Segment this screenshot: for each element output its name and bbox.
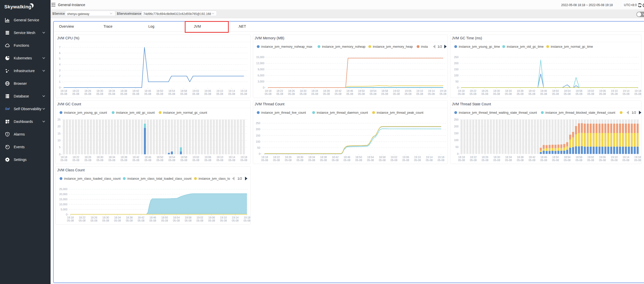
svg-text:05-08: 05-08 [84, 92, 91, 95]
svg-text:0: 0 [259, 152, 260, 155]
svg-text:50: 50 [455, 145, 458, 148]
svg-text:05-08: 05-08 [540, 159, 547, 162]
svg-text:05-08: 05-08 [149, 219, 156, 222]
svg-text:05-08: 05-08 [540, 92, 547, 95]
svg-text:instance_jvm_class_total_loade: instance_jvm_class_total_loaded_class_co… [127, 177, 192, 180]
svg-text:18:46: 18:46 [344, 156, 350, 159]
svg-text:1/2: 1/2 [437, 45, 442, 48]
svg-text:05-08: 05-08 [308, 159, 315, 162]
svg-text:3: 3 [59, 69, 60, 72]
svg-text:05-08: 05-08 [517, 159, 524, 162]
svg-text:05-08: 05-08 [114, 219, 121, 222]
svg-text:05-08: 05-08 [379, 159, 386, 162]
svg-text:18:38: 18:38 [320, 156, 327, 159]
svg-text:05-08: 05-08 [240, 159, 247, 162]
svg-text:18:30: 18:30 [97, 156, 103, 159]
svg-text:18:46: 18:46 [149, 216, 156, 219]
svg-text:18:42: 18:42 [332, 156, 339, 159]
svg-text:18:26: 18:26 [90, 216, 97, 219]
svg-text:1/2: 1/2 [237, 177, 242, 180]
svg-text:05-08: 05-08 [173, 219, 180, 222]
svg-text:18:38: 18:38 [517, 156, 524, 159]
svg-text:05-08: 05-08 [564, 92, 571, 95]
svg-text:15,000: 15,000 [256, 56, 264, 59]
svg-text:18:54: 18:54 [367, 156, 374, 159]
svg-text:18:58: 18:58 [576, 89, 582, 92]
svg-text:05-08: 05-08 [196, 219, 203, 222]
svg-text:18:18: 18:18 [261, 156, 268, 159]
svg-text:05-08: 05-08 [481, 92, 488, 95]
svg-text:05-08: 05-08 [84, 159, 91, 162]
svg-text:05-08: 05-08 [192, 159, 199, 162]
svg-text:18:42: 18:42 [529, 156, 535, 159]
svg-text:05-08: 05-08 [505, 159, 512, 162]
svg-text:18:46: 18:46 [540, 89, 547, 92]
svg-text:12,000: 12,000 [256, 62, 264, 65]
svg-text:05-08: 05-08 [381, 92, 388, 95]
svg-text:19:02: 19:02 [393, 89, 400, 92]
svg-text:19:02: 19:02 [196, 216, 203, 219]
svg-text:05-08: 05-08 [587, 159, 594, 162]
svg-text:18:54: 18:54 [168, 89, 175, 92]
svg-text:05-08: 05-08 [402, 159, 409, 162]
svg-text:18:34: 18:34 [109, 89, 115, 92]
svg-text:05-08: 05-08 [634, 92, 641, 95]
svg-text:5: 5 [59, 146, 60, 149]
svg-text:05-08: 05-08 [220, 219, 227, 222]
svg-text:1: 1 [59, 80, 60, 83]
svg-text:05-08: 05-08 [564, 159, 571, 162]
svg-text:05-08: 05-08 [587, 92, 594, 95]
svg-text:18:54: 18:54 [564, 156, 571, 159]
svg-text:10,000: 10,000 [59, 203, 67, 206]
svg-text:05-08: 05-08 [109, 159, 115, 162]
svg-text:05-08: 05-08 [228, 159, 235, 162]
svg-text:250: 250 [454, 118, 458, 121]
svg-text:18:30: 18:30 [96, 89, 103, 92]
svg-text:25: 25 [57, 118, 60, 121]
svg-text:05-08: 05-08 [126, 219, 133, 222]
svg-text:19:18: 19:18 [635, 89, 641, 92]
svg-text:18:50: 18:50 [156, 89, 163, 92]
svg-text:18:18: 18:18 [60, 156, 67, 159]
svg-text:05-08: 05-08 [273, 159, 280, 162]
svg-text:05-08: 05-08 [493, 159, 500, 162]
svg-text:05-08: 05-08 [505, 92, 512, 95]
svg-text:0: 0 [59, 86, 60, 89]
svg-text:18:54: 18:54 [564, 89, 571, 92]
svg-text:05-08: 05-08 [285, 159, 292, 162]
svg-text:200: 200 [454, 125, 458, 128]
svg-text:18:22: 18:22 [73, 156, 79, 159]
svg-text:05-08: 05-08 [622, 159, 629, 162]
svg-text:05-08: 05-08 [323, 92, 330, 95]
svg-text:05-08: 05-08 [90, 219, 97, 222]
svg-text:18:34: 18:34 [505, 156, 512, 159]
svg-text:05-08: 05-08 [216, 92, 223, 95]
svg-text:100: 100 [454, 74, 458, 77]
svg-text:19:06: 19:06 [208, 216, 215, 219]
svg-text:19:18: 19:18 [240, 89, 247, 92]
svg-text:200: 200 [256, 128, 260, 131]
svg-text:18:22: 18:22 [277, 89, 283, 92]
svg-text:05-08: 05-08 [335, 92, 342, 95]
svg-text:19:02: 19:02 [587, 89, 594, 92]
svg-text:05-08: 05-08 [576, 92, 582, 95]
svg-text:0: 0 [59, 153, 60, 156]
svg-text:19:18: 19:18 [244, 216, 250, 219]
svg-text:19:18: 19:18 [438, 156, 444, 159]
svg-text:200: 200 [454, 62, 458, 65]
svg-text:05-08: 05-08 [161, 219, 168, 222]
svg-text:5,000: 5,000 [61, 208, 67, 211]
svg-text:19:14: 19:14 [232, 216, 238, 219]
svg-text:50: 50 [455, 80, 458, 83]
svg-text:0: 0 [457, 86, 458, 89]
svg-text:150: 150 [256, 134, 260, 137]
svg-text:instance_jvm_thread_daemon_cou: instance_jvm_thread_daemon_count [317, 111, 368, 114]
svg-text:instance_jvm_class_loaded_clas: instance_jvm_class_loaded_class_count [64, 177, 121, 180]
svg-text:instance_jvm_class_to: instance_jvm_class_to [198, 177, 230, 180]
svg-text:05-08: 05-08 [157, 159, 163, 162]
svg-text:250: 250 [256, 122, 260, 125]
svg-text:18:54: 18:54 [168, 156, 175, 159]
svg-text:18:34: 18:34 [114, 216, 121, 219]
svg-text:05-08: 05-08 [599, 159, 606, 162]
svg-text:18:30: 18:30 [297, 156, 303, 159]
